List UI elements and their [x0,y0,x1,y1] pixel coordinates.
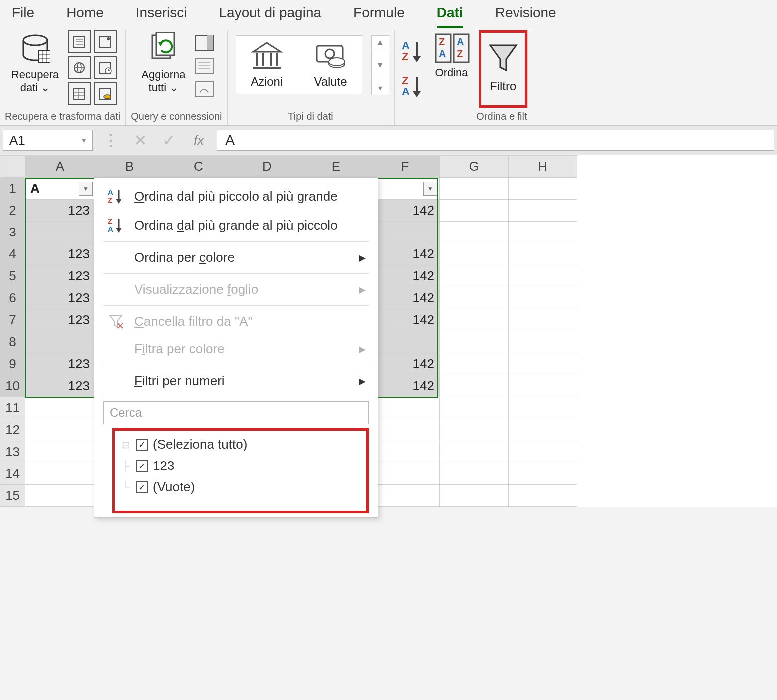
checkbox-icon[interactable]: ✓ [136,481,148,493]
cell[interactable] [509,331,577,353]
cell[interactable] [509,287,577,309]
cell[interactable] [371,463,440,485]
from-web-icon[interactable] [68,56,91,79]
col-header-B[interactable]: B [95,156,164,178]
cell[interactable] [509,353,577,375]
checkbox-icon[interactable]: ✓ [136,460,148,472]
recupera-dati-button[interactable]: Recupera dati ⌄ [8,30,62,97]
tab-home[interactable]: Home [66,5,104,28]
cell[interactable] [25,441,95,463]
cell[interactable] [440,200,509,222]
cell[interactable]: 142 [371,375,440,397]
cell[interactable] [509,485,577,507]
check-vuote[interactable]: └ ✓ (Vuote) [119,476,362,498]
cell[interactable] [440,331,509,353]
col-header-G[interactable]: G [440,156,509,178]
cell[interactable]: 123 [25,243,95,265]
row-header[interactable]: 9 [0,353,25,375]
from-text-icon[interactable] [68,30,91,53]
cell[interactable] [440,222,509,243]
cancel-formula-icon[interactable]: ✕ [129,131,152,150]
spinner-expand-icon[interactable]: ▾ [372,81,389,95]
cell[interactable] [440,419,509,441]
name-box[interactable]: A1 ▼ [3,130,93,151]
tab-layout[interactable]: Layout di pagina [219,5,322,28]
row-header[interactable]: 15 [0,485,25,507]
cell[interactable] [440,243,509,265]
from-picture-icon[interactable] [94,30,117,53]
cell[interactable] [25,485,95,507]
cell[interactable] [371,397,440,419]
row-header[interactable]: 1 [0,178,25,200]
cell[interactable]: 142 [371,200,440,222]
cell[interactable] [509,222,577,243]
cell[interactable]: 142 [371,287,440,309]
check-select-all[interactable]: ⊟ ✓ (Seleziona tutto) [119,434,362,455]
row-header[interactable]: 14 [0,463,25,485]
formula-input[interactable]: A [217,130,774,151]
cell[interactable] [371,331,440,353]
cell[interactable]: 123 [25,200,95,222]
select-all-corner[interactable] [0,156,25,178]
cell[interactable] [440,353,509,375]
cell[interactable] [25,463,95,485]
cell[interactable]: 123 [25,375,95,397]
row-header[interactable]: 11 [0,397,25,419]
row-header[interactable]: 5 [0,265,25,287]
cell[interactable] [509,265,577,287]
existing-connections-icon[interactable] [94,82,117,105]
col-header-F[interactable]: F [371,156,440,178]
menu-sort-desc[interactable]: Z A Ordina dal più grande al più piccolo [94,211,378,239]
cell[interactable] [509,178,577,200]
tab-dati[interactable]: Dati [437,5,463,28]
menu-sort-color[interactable]: Ordina per colore ▶ [94,244,378,271]
cell[interactable] [440,397,509,419]
row-header[interactable]: 12 [0,419,25,441]
cell[interactable] [25,419,95,441]
aggiorna-tutti-button[interactable]: Aggiorna tutti ⌄ [138,30,188,97]
data-types-spinner[interactable]: ▲ ▼ ▾ [371,35,389,95]
cell[interactable] [25,331,95,353]
tab-inserisci[interactable]: Inserisci [136,5,187,28]
queries-pane-icon[interactable] [194,34,214,51]
cell[interactable] [440,178,509,200]
row-header[interactable]: 10 [0,375,25,397]
cell[interactable] [509,397,577,419]
fx-icon[interactable]: fx [186,133,212,148]
edit-links-icon[interactable] [194,80,214,97]
cell[interactable]: ▼ [371,178,440,200]
cell[interactable] [509,200,577,222]
row-header[interactable]: 4 [0,243,25,265]
cell[interactable] [440,287,509,309]
cell[interactable] [25,397,95,419]
sort-descending-icon[interactable]: Z A [400,74,425,99]
check-123[interactable]: ├ ✓ 123 [119,455,362,476]
recent-sources-icon[interactable] [94,56,117,79]
cell[interactable] [509,243,577,265]
cell[interactable] [509,419,577,441]
menu-sort-asc[interactable]: A Z OOrdina dal più piccolo al più grand… [94,182,378,211]
cell[interactable]: 142 [371,243,440,265]
data-type-azioni[interactable]: Azioni [250,41,284,89]
cell[interactable] [440,441,509,463]
row-header[interactable]: 13 [0,441,25,463]
col-header-A[interactable]: A [25,156,95,178]
cell[interactable] [25,222,95,243]
cell[interactable] [371,419,440,441]
accept-formula-icon[interactable]: ✓ [157,131,181,150]
cell[interactable]: A▼ [25,178,95,200]
row-header[interactable]: 8 [0,331,25,353]
filter-search-input[interactable]: Cerca [103,401,369,424]
cell[interactable] [371,222,440,243]
cell[interactable] [440,265,509,287]
cell[interactable]: 142 [371,309,440,331]
name-box-dropdown-icon[interactable]: ▼ [80,136,87,144]
tab-file[interactable]: File [12,5,34,28]
col-header-C[interactable]: C [164,156,233,178]
from-table-icon[interactable] [68,82,91,105]
filtro-button[interactable]: Filtro [479,30,527,108]
cell[interactable] [509,463,577,485]
cell[interactable]: 142 [371,353,440,375]
cell[interactable] [509,441,577,463]
col-header-E[interactable]: E [302,156,371,178]
